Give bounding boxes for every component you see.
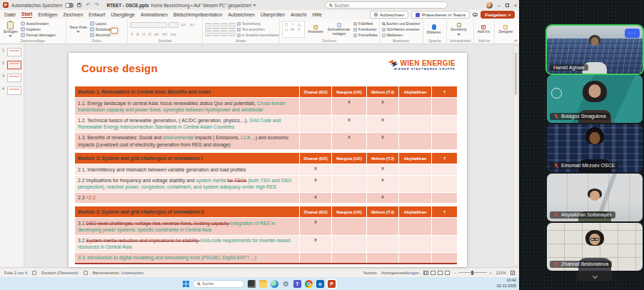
indent-increase-icon[interactable] bbox=[228, 23, 236, 29]
shape-icon[interactable]: ☆ bbox=[296, 27, 302, 31]
fit-slide-icon[interactable] bbox=[510, 271, 515, 275]
convert-smartart-button[interactable]: In SmartArt konvertieren bbox=[237, 34, 279, 37]
align-right-icon[interactable] bbox=[221, 30, 228, 36]
indent-decrease-icon[interactable] bbox=[221, 23, 228, 29]
tab-überprüfen[interactable]: Überprüfen bbox=[261, 12, 285, 17]
table-row[interactable]: 1.1. Energy landscape in central Asia: f… bbox=[75, 97, 457, 114]
shape-icon[interactable]: △ bbox=[296, 22, 302, 26]
shape-icon[interactable]: ◇ bbox=[283, 27, 289, 31]
shape-icon[interactable]: □ bbox=[283, 22, 289, 26]
undo-icon[interactable]: ↶ bbox=[85, 2, 91, 8]
text-direction-button[interactable]: Textrichtung bbox=[237, 22, 279, 26]
table-row[interactable]: 3.3. introduction to digital modelling a… bbox=[75, 252, 457, 263]
accessibility-status[interactable]: Barrierefreiheit: Untersuchen bbox=[93, 271, 144, 275]
document-title[interactable]: RTEET - OSCE.pptx Keine Bezeichnung • Au… bbox=[106, 3, 256, 8]
grow-font-button[interactable]: A˄ bbox=[180, 23, 187, 27]
designer-button[interactable]: Designer bbox=[497, 21, 514, 38]
share-button[interactable]: Freigeben bbox=[481, 11, 515, 19]
align-left-icon[interactable] bbox=[205, 30, 212, 36]
new-slide-button[interactable]: Neue Folie bbox=[69, 21, 89, 38]
tab-zeichnen[interactable]: Zeichnen bbox=[63, 12, 83, 17]
search-input[interactable]: Suchen bbox=[325, 1, 448, 9]
normal-view-icon[interactable] bbox=[423, 271, 428, 275]
slide-title[interactable]: Course design bbox=[81, 62, 158, 74]
autosave-toggle[interactable] bbox=[65, 3, 74, 8]
tab-aufzeichnen[interactable]: Aufzeichnen bbox=[228, 12, 254, 17]
numbering-icon[interactable] bbox=[213, 23, 220, 29]
table-row[interactable]: 2.1. Intermittency and mismatch between … bbox=[75, 164, 457, 174]
edge-icon[interactable] bbox=[271, 280, 278, 288]
table-row[interactable]: 2.3 =2.2.xx bbox=[75, 192, 457, 203]
shapes-gallery[interactable]: □○△◇▭☆ bbox=[282, 21, 305, 38]
format-button-f[interactable]: F bbox=[130, 32, 134, 36]
tab-start[interactable]: Start bbox=[21, 11, 33, 18]
dictate-button[interactable]: Diktieren bbox=[426, 21, 443, 38]
format-button-u[interactable]: U bbox=[141, 32, 146, 36]
tab-hilfe[interactable]: Hilfe bbox=[312, 12, 322, 17]
participant-tile[interactable]: Botagoz Smagulova bbox=[547, 75, 643, 123]
zoom-level[interactable]: 121% bbox=[496, 271, 506, 275]
shape-icon[interactable]: ▭ bbox=[290, 27, 296, 31]
paste-button[interactable]: Einfügen bbox=[2, 21, 19, 38]
table-row[interactable]: 1.2. Technical basics of renewable gener… bbox=[75, 115, 457, 132]
comments-icon[interactable] bbox=[473, 13, 478, 16]
participant-tile[interactable]: Abylaikhan Soltanayev bbox=[547, 174, 643, 221]
format-button-av[interactable]: AV bbox=[161, 32, 168, 36]
shape-outline-button[interactable]: Formkontur bbox=[353, 27, 378, 31]
table-row[interactable]: 3.1 DSO-level challenges: voltage rise, … bbox=[75, 217, 457, 234]
table-row[interactable]: 1.3. Benefits of renewables: Social and … bbox=[75, 132, 457, 149]
tab-bildschirmpräsentation[interactable]: Bildschirmpräsentation bbox=[173, 12, 223, 17]
redo-icon[interactable]: ↷ bbox=[94, 2, 99, 8]
accessibility-icon[interactable] bbox=[32, 271, 36, 275]
table-row[interactable]: 3.2 System inertia reduction and implica… bbox=[75, 235, 457, 252]
vertical-scrollbar[interactable] bbox=[513, 46, 518, 266]
font-name-box[interactable] bbox=[130, 22, 167, 28]
restore-button[interactable] bbox=[505, 4, 509, 7]
participant-tile[interactable]: Zhannat Bekbolatova bbox=[547, 223, 643, 271]
align-text-button[interactable]: Text ausrichten bbox=[237, 28, 279, 31]
record-button[interactable]: Aufzeichnen bbox=[370, 11, 408, 19]
zoom-slider[interactable]: −+ bbox=[454, 271, 492, 275]
tile-more-options-button[interactable]: ··· bbox=[625, 29, 640, 38]
user-avatar[interactable] bbox=[486, 2, 493, 9]
format-button-ab[interactable]: ab bbox=[154, 32, 160, 36]
taskbar-search[interactable]: Suche bbox=[193, 280, 244, 288]
minimize-button[interactable]: – bbox=[498, 3, 500, 8]
cut-button[interactable]: Ausschneiden bbox=[21, 21, 56, 26]
font-size-box[interactable] bbox=[168, 22, 178, 28]
language-indicator[interactable]: Deutsch (Österreich) bbox=[41, 271, 79, 275]
slide-thumbnail-4[interactable]: 4 bbox=[2, 86, 24, 95]
addins-button[interactable]: Add-Ins bbox=[476, 21, 491, 38]
quick-styles-button[interactable]: Schnellformat­vorlagen bbox=[326, 21, 352, 38]
format-button-k[interactable]: K bbox=[136, 32, 140, 36]
teams-icon[interactable] bbox=[293, 280, 301, 288]
slide-thumbnail-3[interactable]: 3 bbox=[2, 74, 24, 82]
layout-button[interactable]: Layout bbox=[90, 21, 117, 26]
format-button-aa[interactable]: Aa bbox=[170, 32, 177, 36]
slide[interactable]: Course design WIEN ENERGIE WIENER STADTW… bbox=[69, 53, 467, 267]
select-button[interactable]: Markieren bbox=[382, 33, 421, 37]
copy-button[interactable]: Kopieren bbox=[21, 27, 56, 31]
display-settings-button[interactable]: Anzeigeeinstellungen bbox=[381, 271, 419, 275]
thumbnail-preview[interactable] bbox=[7, 86, 21, 95]
align-center-icon[interactable] bbox=[213, 30, 220, 36]
find-replace-button[interactable]: Suchen und Ersetzen bbox=[382, 21, 421, 26]
close-button[interactable]: × bbox=[514, 3, 517, 8]
slideshow-view-icon[interactable] bbox=[445, 271, 450, 275]
arrange-button[interactable]: Anordnen bbox=[306, 21, 325, 38]
thumbnail-preview[interactable] bbox=[7, 74, 21, 82]
tab-animationen[interactable]: Animationen bbox=[141, 12, 168, 17]
shape-effects-button[interactable]: Formeffekte bbox=[353, 33, 378, 37]
format-button-s[interactable]: S bbox=[148, 32, 152, 36]
settings-icon[interactable] bbox=[282, 280, 290, 288]
tab-übergänge[interactable]: Übergänge bbox=[111, 12, 135, 17]
task-view-icon[interactable] bbox=[248, 280, 256, 288]
justify-icon[interactable] bbox=[228, 30, 236, 36]
tab-datei[interactable]: Datei bbox=[4, 12, 16, 17]
thumbnail-preview[interactable] bbox=[7, 61, 21, 69]
notes-button[interactable]: Notizen bbox=[363, 271, 377, 275]
chrome-icon[interactable] bbox=[305, 280, 313, 288]
replace-fonts-button[interactable]: Schriftarten ersetzen bbox=[382, 27, 421, 31]
thumbnail-preview[interactable] bbox=[7, 48, 21, 56]
collapse-ribbon-button[interactable] bbox=[515, 38, 517, 42]
